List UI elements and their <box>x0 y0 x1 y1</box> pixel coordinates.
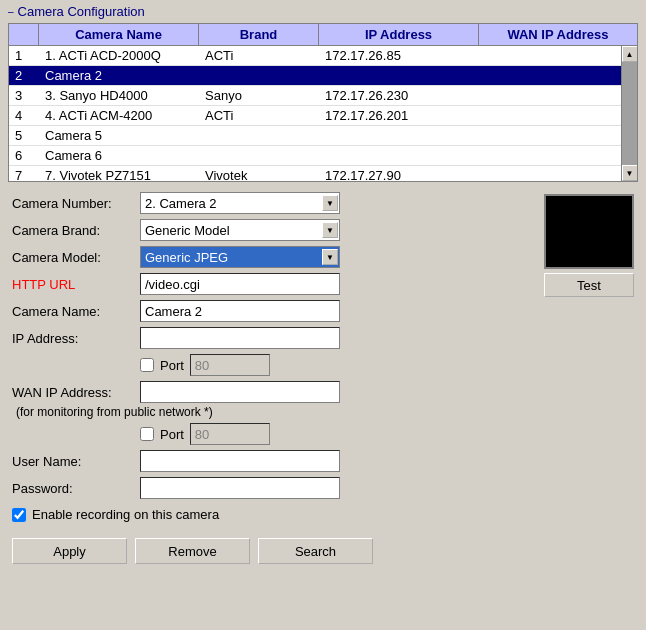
camera-model-label: Camera Model: <box>12 250 132 265</box>
row-wan <box>479 66 637 85</box>
form-section: Camera Number: 2. Camera 2 ▼ Camera Bran… <box>0 182 646 526</box>
row-ip <box>319 66 479 85</box>
row-name: Camera 5 <box>39 126 199 145</box>
camera-brand-row: Camera Brand: Generic Model ▼ <box>12 219 532 241</box>
username-input[interactable] <box>140 450 340 472</box>
port-label: Port <box>160 358 184 373</box>
row-brand <box>199 146 319 165</box>
title-bar: – Camera Configuration <box>0 0 646 23</box>
camera-brand-select[interactable]: Generic Model <box>140 219 340 241</box>
row-brand: ACTi <box>199 46 319 65</box>
password-input[interactable] <box>140 477 340 499</box>
port-input[interactable] <box>190 354 270 376</box>
camera-number-row: Camera Number: 2. Camera 2 ▼ <box>12 192 532 214</box>
wan-note-row: (for monitoring from public network *) <box>12 405 532 419</box>
row-ip: 172.17.27.90 <box>319 166 479 181</box>
window-title: Camera Configuration <box>18 4 145 19</box>
wan-ip-label: WAN IP Address: <box>12 385 132 400</box>
enable-recording-label: Enable recording on this camera <box>32 507 219 522</box>
row-num: 7 <box>9 166 39 181</box>
http-url-label: HTTP URL <box>12 277 132 292</box>
port-checkbox[interactable] <box>140 358 154 372</box>
collapse-icon[interactable]: – <box>8 6 14 17</box>
username-label: User Name: <box>12 454 132 469</box>
http-url-row: HTTP URL <box>12 273 532 295</box>
camera-brand-select-wrapper: Generic Model ▼ <box>140 219 340 241</box>
ip-address-row: IP Address: <box>12 327 532 349</box>
table-row[interactable]: 4 4. ACTi ACM-4200 ACTi 172.17.26.201 <box>9 106 637 126</box>
username-row: User Name: <box>12 450 532 472</box>
wan-port-checkbox-row: Port <box>140 423 270 445</box>
row-num: 6 <box>9 146 39 165</box>
row-brand: Vivotek <box>199 166 319 181</box>
enable-recording-checkbox[interactable] <box>12 508 26 522</box>
test-button[interactable]: Test <box>544 273 634 297</box>
row-name: Camera 6 <box>39 146 199 165</box>
row-name: 1. ACTi ACD-2000Q <box>39 46 199 65</box>
password-row: Password: <box>12 477 532 499</box>
camera-model-row: Camera Model: Generic JPEG ▼ <box>12 246 532 268</box>
scroll-up-button[interactable]: ▲ <box>622 46 638 62</box>
row-wan <box>479 166 637 181</box>
wan-port-input[interactable] <box>190 423 270 445</box>
http-url-input[interactable] <box>140 273 340 295</box>
table-row[interactable]: 2 Camera 2 <box>9 66 637 86</box>
scroll-down-button[interactable]: ▼ <box>622 165 638 181</box>
row-brand <box>199 126 319 145</box>
col-wan: WAN IP Address <box>479 24 637 45</box>
row-brand: ACTi <box>199 106 319 125</box>
table-row[interactable]: 6 Camera 6 <box>9 146 637 166</box>
row-ip <box>319 126 479 145</box>
table-header: Camera Name Brand IP Address WAN IP Addr… <box>9 24 637 46</box>
row-num: 3 <box>9 86 39 105</box>
camera-name-input[interactable] <box>140 300 340 322</box>
row-brand <box>199 66 319 85</box>
bottom-buttons: Apply Remove Search <box>0 530 646 572</box>
table-row[interactable]: 3 3. Sanyo HD4000 Sanyo 172.17.26.230 <box>9 86 637 106</box>
apply-button[interactable]: Apply <box>12 538 127 564</box>
row-ip: 172.17.26.85 <box>319 46 479 65</box>
row-num: 4 <box>9 106 39 125</box>
row-wan <box>479 146 637 165</box>
row-wan <box>479 46 637 65</box>
wan-port-label: Port <box>160 427 184 442</box>
row-wan <box>479 106 637 125</box>
wan-port-row: Port <box>12 423 532 445</box>
form-left: Camera Number: 2. Camera 2 ▼ Camera Bran… <box>12 192 532 522</box>
right-panel: Test <box>532 192 634 522</box>
row-num: 5 <box>9 126 39 145</box>
camera-configuration-window: – Camera Configuration Camera Name Brand… <box>0 0 646 630</box>
camera-name-label: Camera Name: <box>12 304 132 319</box>
col-camera-name: Camera Name <box>39 24 199 45</box>
camera-number-select[interactable]: 2. Camera 2 <box>140 192 340 214</box>
password-label: Password: <box>12 481 132 496</box>
wan-port-checkbox[interactable] <box>140 427 154 441</box>
table-row[interactable]: 5 Camera 5 <box>9 126 637 146</box>
camera-model-select[interactable]: Generic JPEG <box>140 246 340 268</box>
row-name: 4. ACTi ACM-4200 <box>39 106 199 125</box>
ip-address-label: IP Address: <box>12 331 132 346</box>
col-ip: IP Address <box>319 24 479 45</box>
ip-address-input[interactable] <box>140 327 340 349</box>
camera-name-row: Camera Name: <box>12 300 532 322</box>
row-ip: 172.17.26.201 <box>319 106 479 125</box>
table-row[interactable]: 7 7. Vivotek PZ7151 Vivotek 172.17.27.90 <box>9 166 637 181</box>
table-scrollbar[interactable]: ▲ ▼ <box>621 46 637 181</box>
table-body: 1 1. ACTi ACD-2000Q ACTi 172.17.26.85 2 … <box>9 46 637 181</box>
wan-ip-input[interactable] <box>140 381 340 403</box>
row-name: Camera 2 <box>39 66 199 85</box>
table-row[interactable]: 1 1. ACTi ACD-2000Q ACTi 172.17.26.85 <box>9 46 637 66</box>
camera-number-select-wrapper: 2. Camera 2 ▼ <box>140 192 340 214</box>
row-name: 3. Sanyo HD4000 <box>39 86 199 105</box>
row-name: 7. Vivotek PZ7151 <box>39 166 199 181</box>
search-button[interactable]: Search <box>258 538 373 564</box>
remove-button[interactable]: Remove <box>135 538 250 564</box>
row-ip: 172.17.26.230 <box>319 86 479 105</box>
enable-recording-row: Enable recording on this camera <box>12 507 532 522</box>
wan-note-text: (for monitoring from public network *) <box>12 405 213 419</box>
row-num: 2 <box>9 66 39 85</box>
row-ip <box>319 146 479 165</box>
camera-brand-label: Camera Brand: <box>12 223 132 238</box>
enable-recording-checkbox-row: Enable recording on this camera <box>12 507 219 522</box>
camera-table: Camera Name Brand IP Address WAN IP Addr… <box>8 23 638 182</box>
